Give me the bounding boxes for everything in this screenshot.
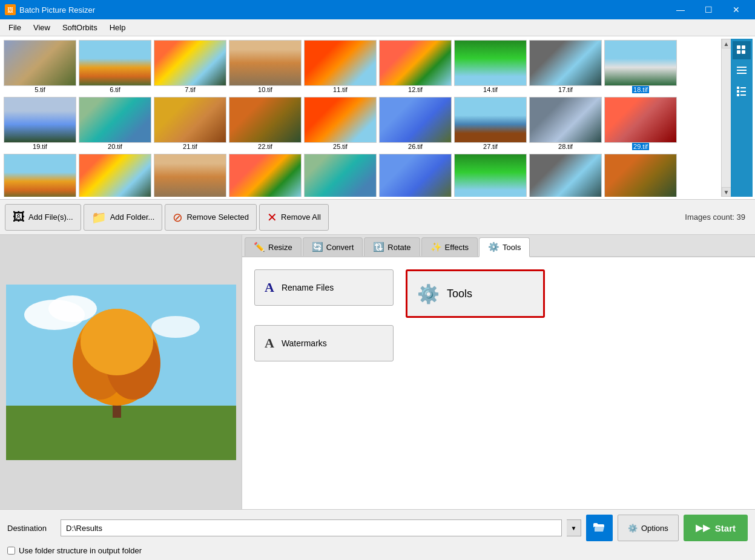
- list-item[interactable]: 40.tif: [529, 154, 602, 197]
- image-label: 28.tif: [558, 143, 573, 150]
- list-item[interactable]: 33.tif: [154, 154, 226, 197]
- image-label: 12.tif: [408, 86, 423, 93]
- bottom-bar: Destination ▼ ⚙️ Options ▶▶ Start Use fo…: [0, 509, 755, 560]
- close-button[interactable]: ✕: [722, 0, 750, 19]
- thumbnail: [79, 40, 151, 86]
- menu-view[interactable]: View: [27, 21, 56, 35]
- thumbnail: [304, 40, 377, 86]
- remove-selected-button[interactable]: ⊘ Remove Selected: [165, 204, 257, 231]
- grid-view-button[interactable]: [733, 41, 751, 59]
- rename-files-icon: A: [265, 280, 274, 295]
- gear-icon: ⚙️: [628, 524, 638, 533]
- tab-rotate[interactable]: 🔃 Rotate: [364, 237, 420, 256]
- toolbar: 🖼 Add File(s)... 📁 Add Folder... ⊘ Remov…: [0, 200, 755, 235]
- list-item[interactable]: 20.tif: [79, 97, 151, 150]
- image-label: 19.tif: [33, 143, 47, 150]
- remove-all-button[interactable]: ✕ Remove All: [259, 204, 329, 231]
- list-item[interactable]: 32.tif: [79, 154, 151, 197]
- add-folder-button[interactable]: 📁 Add Folder...: [84, 204, 163, 231]
- maximize-button[interactable]: ☐: [694, 0, 722, 19]
- thumbnail: [379, 40, 452, 86]
- tab-bar: ✏️ Resize 🔄 Convert 🔃 Rotate ✨ Effects ⚙…: [242, 235, 755, 257]
- list-item[interactable]: 39.tif: [454, 154, 527, 197]
- list-item[interactable]: 25.tif: [304, 97, 377, 150]
- scroll-track[interactable]: [722, 48, 731, 187]
- list-item[interactable]: 29.tif: [604, 97, 677, 150]
- remove-all-label: Remove All: [281, 212, 321, 222]
- list-item[interactable]: 37.tif: [304, 154, 377, 197]
- image-label: 26.tif: [408, 143, 423, 150]
- menu-help[interactable]: Help: [104, 21, 132, 35]
- svg-rect-6: [737, 73, 747, 74]
- list-item[interactable]: 17.tif: [529, 40, 602, 93]
- list-item[interactable]: 19.tif: [4, 97, 76, 150]
- list-item[interactable]: 18.tif: [604, 40, 677, 93]
- thumbnail: [454, 40, 527, 86]
- tools-grid: A Rename Files ⚙️ Tools A Wa: [254, 269, 743, 361]
- destination-input[interactable]: [61, 519, 562, 536]
- list-item[interactable]: 5.tif: [4, 40, 76, 93]
- start-icon: ▶▶: [696, 522, 710, 533]
- list-item[interactable]: 28.tif: [529, 97, 602, 150]
- gallery-row-2: 19.tif 20.tif 21.tif 22.tif 25.tif: [2, 96, 721, 151]
- thumbnail: [79, 97, 151, 143]
- list-item[interactable]: 38.tif: [379, 154, 452, 197]
- list-item[interactable]: 27.tif: [454, 97, 527, 150]
- main-content: 5.tif 6.tif 7.tif 10.tif 11.tif: [0, 36, 755, 560]
- svg-rect-1: [742, 45, 745, 49]
- tab-tools[interactable]: ⚙️ Tools: [479, 237, 530, 257]
- tab-effects[interactable]: ✨ Effects: [421, 237, 478, 256]
- image-label: 14.tif: [483, 86, 498, 93]
- add-folder-icon: 📁: [91, 210, 107, 225]
- thumbnail: [79, 154, 151, 197]
- list-item[interactable]: 21.tif: [154, 97, 226, 150]
- menu-file[interactable]: File: [2, 21, 27, 35]
- tab-resize[interactable]: ✏️ Resize: [245, 237, 302, 256]
- add-files-button[interactable]: 🖼 Add File(s)...: [5, 204, 81, 231]
- detail-view-button[interactable]: [733, 82, 751, 100]
- thumbnail: [154, 154, 226, 197]
- list-item[interactable]: 30.tif: [4, 154, 76, 197]
- image-label: 11.tif: [333, 86, 348, 93]
- sidebar-icon-panel: [731, 39, 753, 197]
- use-folder-checkbox[interactable]: [7, 547, 15, 555]
- minimize-button[interactable]: —: [667, 0, 694, 19]
- tools-gear-icon: ⚙️: [417, 283, 440, 305]
- image-label: 22.tif: [258, 143, 272, 150]
- gallery-scrollbar[interactable]: ▲ ▼: [721, 39, 731, 197]
- watermarks-button[interactable]: A Watermarks: [254, 325, 394, 361]
- menu-softorbits[interactable]: SoftOrbits: [56, 21, 104, 35]
- app-icon: 🖼: [5, 4, 16, 15]
- scroll-down-arrow[interactable]: ▼: [722, 187, 731, 197]
- list-item[interactable]: 12.tif: [379, 40, 452, 93]
- browse-folder-button[interactable]: [586, 515, 613, 541]
- add-folder-label: Add Folder...: [110, 212, 155, 222]
- scroll-up-arrow[interactable]: ▲: [722, 39, 731, 48]
- preview-svg: [6, 285, 236, 460]
- list-view-button[interactable]: [733, 62, 751, 80]
- start-button[interactable]: ▶▶ Start: [684, 515, 748, 541]
- list-item[interactable]: 22.tif: [229, 97, 302, 150]
- list-item[interactable]: 6.tif: [79, 40, 151, 93]
- svg-point-15: [48, 295, 97, 322]
- destination-dropdown[interactable]: ▼: [567, 519, 581, 536]
- tab-rotate-label: Rotate: [387, 243, 410, 252]
- tab-content-tools: A Rename Files ⚙️ Tools A Wa: [242, 257, 755, 509]
- remove-all-icon: ✕: [267, 210, 277, 225]
- list-item[interactable]: 35.tif: [229, 154, 302, 197]
- tools-main-button[interactable]: ⚙️ Tools: [406, 269, 545, 318]
- list-item[interactable]: 10.tif: [229, 40, 302, 93]
- list-item[interactable]: 11.tif: [304, 40, 377, 93]
- tab-convert[interactable]: 🔄 Convert: [303, 237, 363, 256]
- list-item[interactable]: 14.tif: [454, 40, 527, 93]
- list-item[interactable]: 26.tif: [379, 97, 452, 150]
- use-folder-structure-row: Use folder structure in output folder: [7, 546, 748, 555]
- list-item[interactable]: 7.tif: [154, 40, 226, 93]
- rename-files-button[interactable]: A Rename Files: [254, 269, 394, 306]
- rotate-tab-icon: 🔃: [373, 242, 384, 252]
- list-item[interactable]: autumn lake.tif: [604, 154, 677, 197]
- title-bar: 🖼 Batch Picture Resizer — ☐ ✕: [0, 0, 755, 19]
- title-bar-left: 🖼 Batch Picture Resizer: [5, 4, 95, 15]
- options-button[interactable]: ⚙️ Options: [618, 515, 679, 541]
- tab-effects-label: Effects: [445, 243, 469, 252]
